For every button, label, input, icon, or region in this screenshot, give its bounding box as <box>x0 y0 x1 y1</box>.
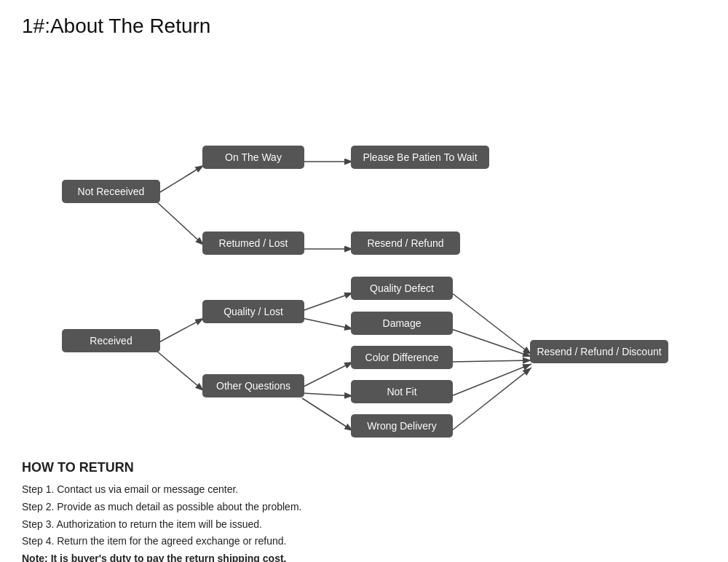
svg-line-8 <box>302 318 353 329</box>
how-to-return-section: HOW TO RETURN Step 1. Contact us via ema… <box>22 460 706 562</box>
step-4: Step 4. Return the item for the agreed e… <box>22 533 706 550</box>
note: Note: It is buyer's duty to pay the retu… <box>22 550 706 562</box>
resend-refund-top-box: Resend / Refund <box>351 231 460 255</box>
page-title: 1#:About The Return <box>22 15 706 38</box>
svg-line-15 <box>451 364 531 396</box>
step-1: Step 1. Contact us via email or message … <box>22 481 706 499</box>
returned-lost-box: Retumed / Lost <box>202 231 304 255</box>
how-to-return-heading: HOW TO RETURN <box>22 460 706 475</box>
please-wait-box: Please Be Patien To Wait <box>351 146 489 169</box>
wrong-delivery-box: Wrong Delivery <box>351 414 453 438</box>
step-2: Step 2. Provide as much detail as possib… <box>22 499 706 516</box>
svg-line-11 <box>302 398 353 431</box>
on-the-way-box: On The Way <box>202 146 304 169</box>
svg-line-13 <box>451 329 531 357</box>
svg-line-2 <box>157 202 204 245</box>
quality-defect-box: Quality Defect <box>351 277 453 300</box>
svg-line-1 <box>157 165 204 194</box>
step-3: Step 3. Authorization to return the item… <box>22 516 706 534</box>
svg-line-14 <box>451 360 531 362</box>
color-difference-box: Color Difference <box>351 346 453 369</box>
svg-line-12 <box>451 293 531 355</box>
resend-refund-discount-box: Resend / Refund / Discount <box>530 340 668 363</box>
not-received-box: Not Receeived <box>62 180 160 203</box>
received-box: Received <box>62 329 160 352</box>
svg-line-6 <box>157 351 204 391</box>
quality-lost-box: Quality / Lost <box>202 300 304 323</box>
diagram: Not Receeived On The Way Retumed / Lost … <box>22 60 721 446</box>
svg-line-9 <box>302 362 353 387</box>
svg-line-10 <box>302 393 353 396</box>
svg-line-16 <box>451 368 531 431</box>
damage-box: Damage <box>351 312 453 335</box>
svg-line-5 <box>157 318 204 344</box>
not-fit-box: Not Fit <box>351 380 453 403</box>
other-questions-box: Other Questions <box>202 374 304 397</box>
svg-line-7 <box>302 293 353 311</box>
